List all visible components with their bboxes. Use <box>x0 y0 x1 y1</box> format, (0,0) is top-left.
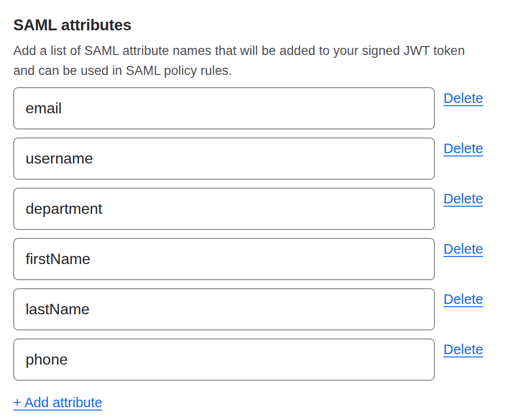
attribute-name-input[interactable] <box>13 288 435 330</box>
attribute-list: Delete Delete Delete Delete Delete Delet… <box>13 87 505 381</box>
attribute-row: Delete <box>13 338 505 381</box>
delete-attribute-link[interactable]: Delete <box>443 241 483 257</box>
delete-attribute-link[interactable]: Delete <box>443 291 483 307</box>
attribute-row: Delete <box>13 87 505 129</box>
section-description: Add a list of SAML attribute names that … <box>13 41 505 81</box>
page-title: SAML attributes <box>13 15 505 35</box>
add-attribute-link[interactable]: + Add attribute <box>13 394 102 411</box>
attribute-row: Delete <box>13 188 505 230</box>
attribute-name-input[interactable] <box>13 188 435 230</box>
description-line-1: Add a list of SAML attribute names that … <box>13 44 465 58</box>
attribute-row: Delete <box>13 238 505 280</box>
attribute-name-input[interactable] <box>13 137 435 180</box>
description-line-2: and can be used in SAML policy rules. <box>13 64 232 78</box>
delete-attribute-link[interactable]: Delete <box>443 341 483 357</box>
attribute-name-input[interactable] <box>13 238 435 280</box>
attribute-name-input[interactable] <box>13 87 435 129</box>
delete-attribute-link[interactable]: Delete <box>443 140 483 156</box>
delete-attribute-link[interactable]: Delete <box>443 191 483 207</box>
attribute-name-input[interactable] <box>13 338 435 381</box>
delete-attribute-link[interactable]: Delete <box>443 90 483 106</box>
attribute-row: Delete <box>13 288 505 330</box>
attribute-row: Delete <box>13 137 505 180</box>
saml-attributes-section: SAML attributes Add a list of SAML attri… <box>0 0 505 411</box>
